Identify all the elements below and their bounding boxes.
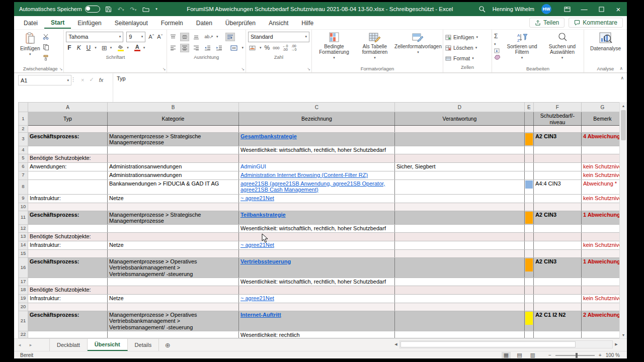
cell-D14[interactable] [394,241,524,249]
cell-D17[interactable] [394,278,524,286]
insert-function-icon[interactable]: fx [99,77,104,83]
font-color-icon[interactable]: A [134,44,140,51]
row-header-6[interactable]: 6 [19,162,28,171]
cell-F4[interactable] [533,146,581,154]
insert-cells-button[interactable]: Einfügen▾ [445,32,490,42]
cell-A19[interactable]: Infrastruktur: [28,294,107,303]
column-header-E[interactable]: E [524,103,533,112]
horizontal-scrollbar[interactable]: ◀ ▶ [392,340,620,349]
row-header-10[interactable]: 10 [19,203,28,211]
cell-E2[interactable] [524,126,533,133]
collapse-ribbon-icon[interactable]: ∧ [619,66,623,71]
cell-G20[interactable] [581,303,623,311]
cell-B10[interactable] [107,203,238,211]
align-middle-icon[interactable] [180,33,189,41]
row-header-21[interactable]: 21 [19,311,28,331]
cell-D10[interactable] [394,203,524,211]
autosave-toggle-icon[interactable] [85,6,100,13]
cell-A2[interactable] [28,126,107,133]
ribbon-tab-start[interactable]: Start [44,17,71,29]
cell-D19[interactable] [394,294,524,303]
cell-G3[interactable]: 4 Abweichung [581,132,623,146]
align-left-icon[interactable] [169,44,177,52]
row-header-17[interactable]: 17 [19,278,28,286]
align-right-icon[interactable] [192,44,200,52]
merge-dropdown-icon[interactable]: ▾ [242,46,244,50]
cell-E12[interactable] [524,224,533,232]
cell-F7[interactable] [533,171,581,179]
row-header-16[interactable]: 16 [19,257,28,278]
cell-A3[interactable]: Geschäftsprozess: [28,132,107,146]
close-button[interactable]: × [610,2,627,16]
cell-C10[interactable] [238,203,394,211]
cell-G17[interactable] [581,278,623,286]
accounting-dropdown-icon[interactable]: ▾ [260,46,262,50]
scroll-left-icon[interactable]: ◀ [392,342,399,346]
cell-G4[interactable] [581,146,623,154]
column-header-G[interactable]: G [581,103,623,112]
cell-F19[interactable] [533,294,581,303]
row-header-12[interactable]: 12 [19,224,28,232]
cell-F22[interactable] [533,331,581,338]
ribbon-tab-seitenlayout[interactable]: Seitenlayout [108,18,154,28]
shrink-font-icon[interactable]: Aˇ [157,34,163,40]
cell-G1[interactable]: Bemerk [581,112,623,126]
ribbon-tab-einfügen[interactable]: Einfügen [71,18,108,28]
ribbon-tab-formeln[interactable]: Formeln [154,18,190,28]
cell-C5[interactable] [238,154,394,162]
select-all-corner[interactable] [19,103,28,112]
cell-E3[interactable] [524,132,533,146]
orientation-dropdown-icon[interactable]: ▾ [216,35,218,39]
cell-E14[interactable] [524,241,533,249]
cell-B13[interactable] [107,232,238,241]
cell-E16[interactable] [524,257,533,278]
cell-G14[interactable]: kein Schutznive [581,241,623,249]
ribbon-tab-hilfe[interactable]: Hilfe [295,18,320,28]
cell-G18[interactable] [581,286,623,294]
cell-A8[interactable] [28,179,107,194]
cell-E17[interactable] [524,278,533,286]
cell-C1[interactable]: Bezeichnung [238,112,394,126]
cell-F9[interactable] [533,194,581,203]
cell-D2[interactable] [394,126,524,133]
cell-D18[interactable] [394,286,524,294]
ribbon-tab-überprüfen[interactable]: Überprüfen [219,18,262,28]
save-icon[interactable] [105,6,112,13]
cell-A18[interactable]: Benötigte Schutzobjekte: [28,286,107,294]
sheet-tab-deckblatt[interactable]: Deckblatt [50,339,88,351]
row-header-8[interactable]: 8 [19,179,28,194]
cut-icon[interactable] [42,33,50,41]
cell-C4[interactable]: Wesentlichkeit: wirtschaftlich, rechtlic… [238,146,394,154]
cell-styles-button[interactable]: Zellenformatvorlagen▾ [395,31,441,56]
cell-F13[interactable] [533,232,581,241]
row-header-7[interactable]: 7 [19,171,28,179]
clear-icon[interactable] [494,55,501,60]
user-name[interactable]: Henning Wilhelm [493,6,534,12]
cell-G8[interactable]: Abweichung * [581,179,623,194]
cell-A22[interactable] [28,331,107,338]
cell-E10[interactable] [524,203,533,211]
cell-B11[interactable]: Managementprozesse > Strategische Manage… [107,211,238,224]
cell-B4[interactable] [107,146,238,154]
grow-font-icon[interactable]: Aˆ [148,34,154,40]
decrease-indent-icon[interactable] [203,44,212,52]
accounting-format-icon[interactable] [248,44,257,52]
cell-F3[interactable]: A2 CIN3 [533,132,581,146]
cell-C8[interactable]: agree21SB (agree21SB Anwendung, agree21S… [238,179,394,194]
cell-D16[interactable] [394,257,524,278]
column-header-D[interactable]: D [394,103,524,112]
sheet-nav-left-icon[interactable]: ◂ [14,339,25,351]
cell-B7[interactable]: Administrationsanwendungen [107,171,238,179]
cell-B5[interactable] [107,154,238,162]
cell-G21[interactable]: 2 Abweichung [581,311,623,331]
cell-E22[interactable] [524,331,533,338]
cell-E19[interactable] [524,294,533,303]
share-button[interactable]: Teilen [529,18,565,28]
cell-D8[interactable] [394,179,524,194]
page-layout-view-icon[interactable]: ▤ [515,352,524,358]
zoom-slider[interactable] [555,355,595,356]
cell-B22[interactable] [107,331,238,338]
borders-dropdown-icon[interactable]: ▾ [110,46,112,50]
row-header-15[interactable]: 15 [19,249,28,257]
row-header-9[interactable]: 9 [19,194,28,203]
